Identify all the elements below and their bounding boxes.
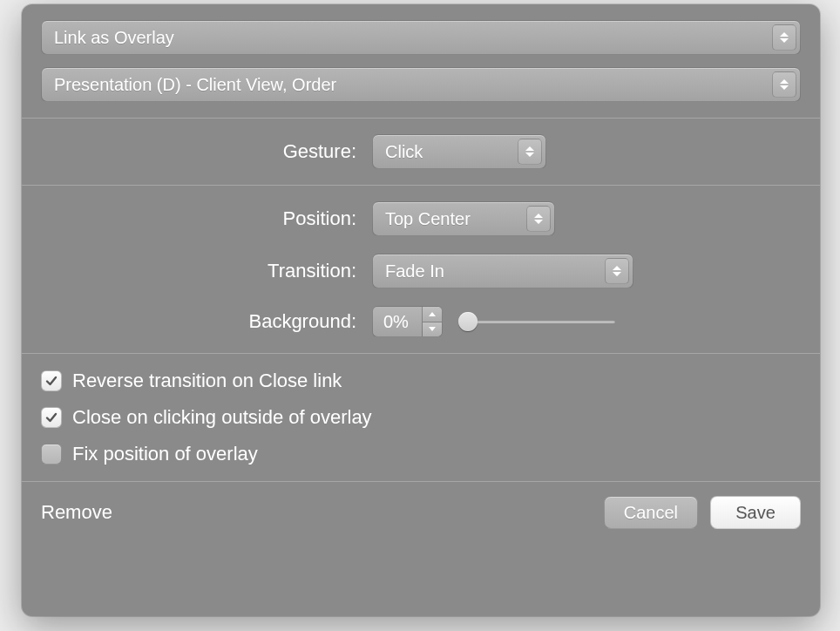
gesture-section: Gesture: Click bbox=[22, 119, 820, 186]
close-outside-label: Close on clicking outside of overlay bbox=[72, 406, 372, 429]
gesture-select[interactable]: Click bbox=[372, 134, 546, 169]
check-icon bbox=[45, 411, 58, 424]
overlay-link-dialog: Link as Overlay Presentation (D) - Clien… bbox=[22, 4, 820, 616]
link-mode-value: Link as Overlay bbox=[54, 28, 174, 48]
gesture-value: Click bbox=[385, 142, 423, 162]
remove-button[interactable]: Remove bbox=[41, 501, 112, 524]
fix-position-label: Fix position of overlay bbox=[72, 443, 258, 465]
stepper-buttons bbox=[422, 307, 442, 336]
updown-icon bbox=[772, 24, 796, 51]
fix-position-checkbox[interactable]: Fix position of overlay bbox=[41, 443, 801, 465]
position-select[interactable]: Top Center bbox=[372, 201, 555, 236]
position-value: Top Center bbox=[385, 209, 471, 229]
target-screen-value: Presentation (D) - Client View, Order bbox=[54, 75, 336, 95]
reverse-transition-checkbox[interactable]: Reverse transition on Close link bbox=[41, 370, 801, 392]
checkbox-box bbox=[41, 370, 62, 391]
transition-value: Fade In bbox=[385, 261, 444, 282]
position-label: Position: bbox=[41, 207, 372, 230]
updown-icon bbox=[772, 71, 796, 98]
dialog-footer: Remove Cancel Save bbox=[22, 482, 820, 543]
link-mode-select[interactable]: Link as Overlay bbox=[41, 20, 801, 55]
checkbox-box bbox=[41, 407, 62, 428]
background-value: 0% bbox=[373, 312, 422, 332]
step-up-button[interactable] bbox=[423, 307, 442, 322]
close-outside-checkbox[interactable]: Close on clicking outside of overlay bbox=[41, 406, 801, 429]
target-screen-select[interactable]: Presentation (D) - Client View, Order bbox=[41, 67, 801, 102]
updown-icon bbox=[518, 139, 542, 165]
step-down-button[interactable] bbox=[423, 322, 442, 337]
updown-icon bbox=[526, 206, 551, 232]
transition-label: Transition: bbox=[41, 260, 372, 282]
slider-thumb[interactable] bbox=[458, 312, 478, 331]
layout-section: Position: Top Center Transition: Fade In… bbox=[22, 186, 820, 354]
background-label: Background: bbox=[41, 310, 372, 333]
transition-select[interactable]: Fade In bbox=[372, 254, 633, 288]
background-stepper[interactable]: 0% bbox=[372, 306, 443, 337]
checkbox-box bbox=[41, 444, 62, 465]
reverse-transition-label: Reverse transition on Close link bbox=[72, 370, 342, 392]
background-slider[interactable] bbox=[458, 311, 615, 332]
updown-icon bbox=[605, 258, 629, 284]
cancel-button[interactable]: Cancel bbox=[604, 496, 698, 529]
options-section: Reverse transition on Close link Close o… bbox=[22, 354, 820, 482]
gesture-label: Gesture: bbox=[41, 140, 372, 163]
check-icon bbox=[45, 375, 58, 387]
target-section: Link as Overlay Presentation (D) - Clien… bbox=[22, 4, 820, 119]
save-button[interactable]: Save bbox=[710, 496, 801, 529]
slider-track bbox=[458, 320, 615, 323]
